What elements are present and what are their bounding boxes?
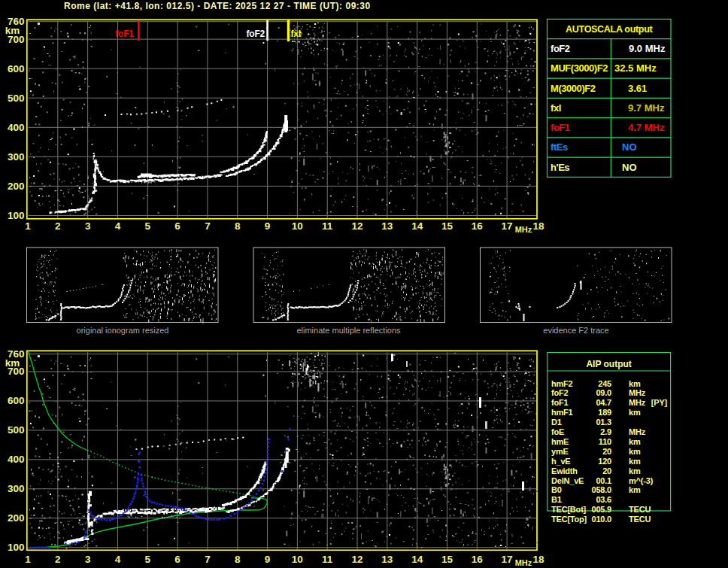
svg-text:100: 100 <box>8 542 25 553</box>
svg-text:km: km <box>629 379 641 388</box>
svg-text:04.7: 04.7 <box>596 398 611 407</box>
svg-text:300: 300 <box>8 483 25 494</box>
svg-text:010.0: 010.0 <box>591 515 611 524</box>
svg-text:12: 12 <box>352 554 363 565</box>
svg-text:4: 4 <box>115 220 121 232</box>
svg-text:foF2: foF2 <box>551 388 569 397</box>
svg-text:TEC[Top]: TEC[Top] <box>551 515 587 524</box>
svg-text:16: 16 <box>472 554 484 565</box>
svg-text:TECU: TECU <box>629 515 651 524</box>
svg-text:5: 5 <box>145 554 151 565</box>
svg-text:km: km <box>629 466 641 475</box>
svg-text:TECU: TECU <box>629 505 651 514</box>
svg-text:9: 9 <box>265 220 271 232</box>
svg-text:km: km <box>629 408 641 417</box>
svg-text:MHz: MHz <box>515 558 532 567</box>
svg-text:12: 12 <box>352 220 363 232</box>
svg-text:15: 15 <box>441 554 453 565</box>
svg-text:4.7 MHz: 4.7 MHz <box>628 122 665 133</box>
svg-text:3: 3 <box>85 554 91 565</box>
svg-text:foF1: foF1 <box>551 398 569 407</box>
svg-text:500: 500 <box>8 424 25 436</box>
svg-text:600: 600 <box>8 395 25 406</box>
svg-text:5: 5 <box>145 220 151 232</box>
svg-text:189: 189 <box>598 408 611 417</box>
svg-text:9.7 MHz: 9.7 MHz <box>628 102 665 114</box>
svg-text:9: 9 <box>265 554 271 565</box>
svg-text:MHz: MHz <box>629 427 646 436</box>
svg-text:500: 500 <box>8 93 25 104</box>
svg-text:13: 13 <box>381 220 393 232</box>
svg-text:3: 3 <box>85 220 91 232</box>
svg-text:2: 2 <box>55 554 61 565</box>
svg-text:18: 18 <box>532 554 544 565</box>
svg-text:8: 8 <box>235 554 241 565</box>
svg-text:km: km <box>629 437 641 446</box>
svg-text:9.0 MHz: 9.0 MHz <box>629 43 666 54</box>
svg-text:1: 1 <box>25 554 31 565</box>
svg-text:MHz: MHz <box>629 398 646 407</box>
svg-text:700: 700 <box>8 34 25 45</box>
svg-text:700: 700 <box>8 366 25 377</box>
svg-text:32.5 MHz: 32.5 MHz <box>614 62 657 74</box>
svg-text:20: 20 <box>602 466 611 475</box>
svg-text:09.0: 09.0 <box>596 388 611 397</box>
svg-text:13: 13 <box>381 554 393 565</box>
svg-text:03.6: 03.6 <box>596 495 611 504</box>
svg-text:005.9: 005.9 <box>591 505 611 514</box>
svg-text:hmE: hmE <box>551 437 569 446</box>
svg-text:11: 11 <box>322 220 333 232</box>
svg-text:1: 1 <box>25 220 31 232</box>
svg-text:foF1: foF1 <box>115 29 134 39</box>
svg-text:200: 200 <box>8 181 25 192</box>
svg-text:400: 400 <box>8 122 25 133</box>
svg-text:14: 14 <box>411 220 423 232</box>
svg-text:h'Es: h'Es <box>551 162 569 173</box>
svg-text:original ionogram resized: original ionogram resized <box>77 326 169 335</box>
svg-text:11: 11 <box>322 554 333 565</box>
svg-text:245: 245 <box>598 379 611 388</box>
svg-text:ymE: ymE <box>551 447 569 456</box>
svg-text:km: km <box>629 457 641 466</box>
svg-text:600: 600 <box>8 63 25 74</box>
svg-text:6: 6 <box>174 220 180 232</box>
svg-text:MHz: MHz <box>629 388 646 397</box>
svg-text:h_vE: h_vE <box>551 457 571 466</box>
svg-text:TEC[Bot]: TEC[Bot] <box>551 505 587 514</box>
svg-text:8: 8 <box>235 220 241 232</box>
svg-text:NO: NO <box>622 162 637 173</box>
svg-text:NO: NO <box>622 141 637 153</box>
svg-text:evidence F2 trace: evidence F2 trace <box>543 326 608 335</box>
svg-text:AIP output: AIP output <box>586 359 631 369</box>
svg-text:7: 7 <box>205 554 211 565</box>
svg-text:6: 6 <box>174 554 180 565</box>
svg-text:DelN_vE: DelN_vE <box>551 476 584 485</box>
svg-text:7: 7 <box>205 220 211 232</box>
svg-text:[PY]: [PY] <box>651 398 668 407</box>
svg-text:17: 17 <box>502 554 513 565</box>
svg-text:B0: B0 <box>551 485 562 494</box>
svg-text:10: 10 <box>292 220 303 232</box>
svg-text:m^(-3): m^(-3) <box>629 476 654 485</box>
svg-text:120: 120 <box>598 457 611 466</box>
svg-text:foF2: foF2 <box>551 43 570 54</box>
svg-text:MHz: MHz <box>515 225 532 234</box>
svg-text:200: 200 <box>8 512 25 524</box>
svg-text:hmF1: hmF1 <box>551 408 573 417</box>
svg-text:00.1: 00.1 <box>596 476 611 485</box>
svg-text:18: 18 <box>532 220 544 232</box>
svg-text:ftEs: ftEs <box>551 141 568 153</box>
svg-text:100: 100 <box>8 210 25 221</box>
svg-text:110: 110 <box>599 437 611 446</box>
svg-text:16: 16 <box>472 220 484 232</box>
svg-text:foE: foE <box>551 427 564 436</box>
svg-text:eliminate multiple reflections: eliminate multiple reflections <box>296 326 401 335</box>
svg-text:D1: D1 <box>551 418 562 427</box>
svg-text:058.0: 058.0 <box>591 485 611 494</box>
svg-text:10: 10 <box>292 554 303 565</box>
svg-text:foF1: foF1 <box>551 122 570 133</box>
svg-text:km: km <box>629 485 641 494</box>
svg-text:Ewidth: Ewidth <box>551 466 578 475</box>
svg-text:2: 2 <box>55 220 61 232</box>
svg-text:AUTOSCALA output: AUTOSCALA output <box>566 24 653 35</box>
